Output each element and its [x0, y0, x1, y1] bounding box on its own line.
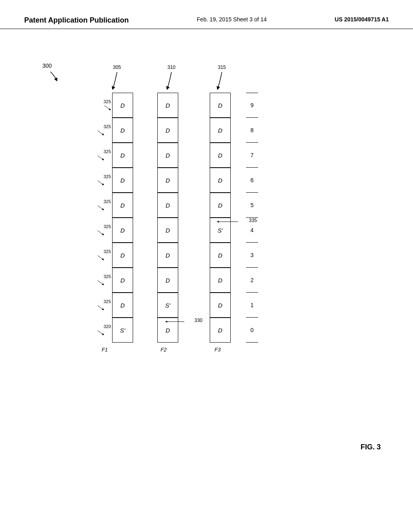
col3-ref-label: 315: [214, 64, 230, 91]
col3-row2-cell: D: [210, 268, 231, 293]
col1-row3-cell: D: [112, 243, 133, 268]
label-335: 335: [249, 218, 257, 223]
header-left-text: Patent Application Publication: [24, 16, 129, 25]
col1-row2-label: 325: [97, 274, 111, 286]
patent-page: Patent Application Publication Feb. 19, …: [0, 0, 413, 532]
col1-row6-cell: D: [112, 168, 133, 193]
col2-row8-cell: D: [157, 118, 178, 143]
col3-container: D D D D D S' D D D D 335: [210, 93, 231, 343]
col1-row1-cell: D: [112, 293, 133, 318]
col1-row7-cell: D: [112, 143, 133, 168]
col1-row5-group: 325 D: [97, 193, 133, 218]
col2-row4-cell: D: [157, 218, 178, 243]
col2-row2-cell: D: [157, 268, 178, 293]
header-center-text: Feb. 19, 2015 Sheet 3 of 14: [197, 16, 267, 23]
col-label-f1: F1: [102, 347, 108, 353]
col3-row9-cell: D: [210, 93, 231, 118]
col1-row2-group: 325 D: [97, 268, 133, 293]
col2-row1-cell: S': [157, 293, 178, 318]
row-num-8: 8: [246, 118, 258, 143]
col3-row8-cell: D: [210, 118, 231, 143]
col1-row4-label: 325: [97, 224, 111, 236]
col3-row3-cell: D: [210, 243, 231, 268]
row-num-1: 1: [246, 293, 258, 318]
col2-container: D D D D D D D D S' D 330: [157, 93, 178, 343]
col1-row2-cell: D: [112, 268, 133, 293]
col3-row0-cell: D: [210, 318, 231, 343]
col1-row0-label: 320: [97, 324, 111, 336]
col1-row1-label: 325: [97, 299, 111, 311]
col1-row7-label: 325: [97, 149, 111, 161]
row-num-2: 2: [246, 268, 258, 293]
col1-row8-group: 325 D: [97, 118, 133, 143]
col2-row5-cell: D: [157, 193, 178, 218]
col1-row6-group: 325 D: [97, 168, 133, 193]
page-header: Patent Application Publication Feb. 19, …: [0, 16, 413, 29]
col3-row5-cell: D: [210, 193, 231, 218]
col1-row1-group: 325 D: [97, 293, 133, 318]
col1-row5-cell: D: [112, 193, 133, 218]
col1-row5-label: 325: [97, 199, 111, 211]
col3-row7-cell: D: [210, 143, 231, 168]
col-label-f2: F2: [161, 347, 167, 353]
col1-row3-group: 325 D: [97, 243, 133, 268]
figure-label: FIG. 3: [361, 443, 381, 451]
col3-row1-cell: D: [210, 293, 231, 318]
col1-container: 325 D 325 D 325 D 325: [97, 93, 133, 343]
row-num-5: 5: [246, 193, 258, 218]
col1-row9-group: 325 D: [97, 93, 133, 118]
col1-row6-label: 325: [97, 174, 111, 186]
col2-row7-cell: D: [157, 143, 178, 168]
col2-row9-cell: D: [157, 93, 178, 118]
col1-row8-label: 325: [97, 124, 111, 136]
col1-row7-group: 325 D: [97, 143, 133, 168]
col2-ref-label: 310: [163, 64, 179, 91]
col1-row4-group: 325 D: [97, 218, 133, 243]
row-num-6: 6: [246, 168, 258, 193]
col1-row9-cell: D: [112, 93, 133, 118]
header-right-text: US 2015/0049715 A1: [335, 16, 389, 23]
col1-row9-label: 325: [97, 99, 111, 111]
col1-row8-cell: D: [112, 118, 133, 143]
col-label-f3: F3: [215, 347, 221, 353]
col1-row0-cell: S': [112, 318, 133, 343]
col1-row4-cell: D: [112, 218, 133, 243]
ref-300-label: 300: [42, 62, 58, 82]
col1-row0-group: 320 S': [97, 318, 133, 343]
figure-diagram: 300 305: [40, 56, 343, 459]
col3-row6-cell: D: [210, 168, 231, 193]
label-330: 330: [194, 318, 202, 323]
row-num-0: 0: [246, 318, 258, 343]
row-num-3: 3: [246, 243, 258, 268]
row-num-9: 9: [246, 93, 258, 118]
col2-row3-cell: D: [157, 243, 178, 268]
row-num-7: 7: [246, 143, 258, 168]
col2-row6-cell: D: [157, 168, 178, 193]
col1-ref-label: 305: [109, 64, 125, 91]
col1-row3-label: 325: [97, 249, 111, 261]
